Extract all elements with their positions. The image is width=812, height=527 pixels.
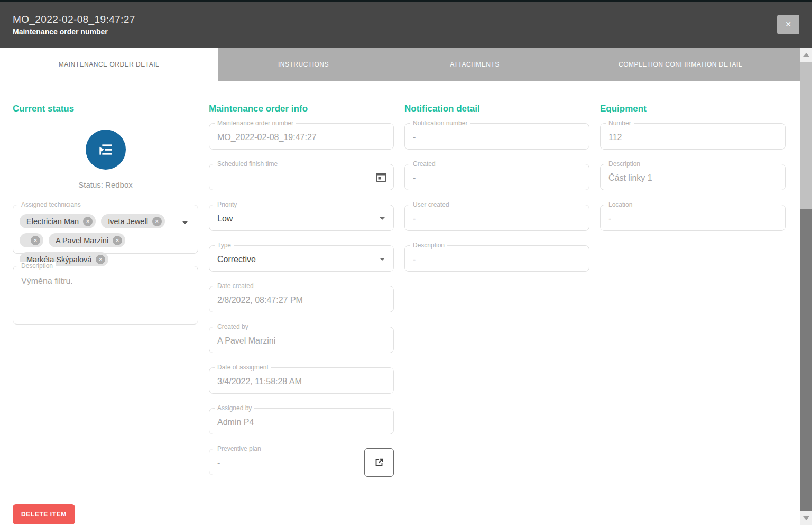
- scrollbar-up-button[interactable]: [800, 48, 812, 61]
- chip-label: Electrician Man: [26, 217, 79, 226]
- field-assigned-by: Assigned by Admin P4: [209, 408, 394, 434]
- technician-chips: Electrician Man ✕ Iveta Jewell ✕ ✕ A Pav…: [13, 205, 198, 266]
- technician-chip: Iveta Jewell ✕: [101, 214, 165, 228]
- dialog-title: MO_2022-02-08_19:47:27: [13, 14, 135, 25]
- field-label: Description: [410, 242, 447, 249]
- close-button[interactable]: ✕: [777, 15, 799, 34]
- field-value: Admin P4: [217, 418, 254, 427]
- equipment-section: Equipment Number 112 Description Část li…: [600, 104, 786, 245]
- chip-remove-icon[interactable]: ✕: [113, 236, 122, 245]
- field-value: 3/4/2022, 11:58:28 AM: [217, 377, 302, 386]
- tab-label: COMPLETION CONFIRMATION DETAIL: [619, 61, 742, 68]
- field-value: Corrective: [217, 255, 256, 264]
- field-label: Date of assigment: [215, 364, 271, 371]
- status-text: Status: Redbox: [13, 180, 198, 189]
- field-value: -: [413, 133, 416, 142]
- chevron-down-icon[interactable]: [182, 221, 188, 224]
- field-label: Created: [410, 160, 438, 168]
- open-in-new-button[interactable]: [364, 448, 394, 477]
- field-preventive-plan: Preventive plan -: [209, 449, 394, 475]
- chip-remove-icon[interactable]: ✕: [152, 217, 162, 226]
- field-notification-number: Notification number -: [404, 123, 589, 150]
- field-label: Assigned technicians: [19, 201, 84, 208]
- chevron-down-icon[interactable]: [380, 217, 385, 220]
- chip-label: A Pavel Marzini: [56, 236, 108, 245]
- field-label: Notification number: [410, 119, 470, 127]
- field-label: Description: [19, 262, 56, 270]
- field-label: Date created: [215, 282, 256, 290]
- field-value: -: [413, 255, 416, 264]
- field-value: -: [413, 173, 416, 183]
- field-label: Maintenance order number: [215, 119, 296, 127]
- field-label: Priority: [215, 201, 239, 208]
- field-label: Created by: [215, 323, 251, 330]
- field-priority[interactable]: Priority Low: [209, 205, 394, 231]
- tab-bar: MAINTENANCE ORDER DETAIL INSTRUCTIONS AT…: [0, 48, 800, 81]
- maintenance-order-info-section: Maintenance order info Maintenance order…: [209, 104, 394, 489]
- tab-attachments[interactable]: ATTACHMENTS: [389, 48, 560, 81]
- arrow-down-icon: [803, 516, 809, 520]
- field-equipment-description: Description Část linky 1: [600, 164, 786, 190]
- delete-item-button[interactable]: DELETE ITEM: [13, 504, 75, 524]
- field-scheduled-finish-time[interactable]: Scheduled finish time: [209, 164, 394, 190]
- field-label: Preventive plan: [215, 445, 264, 452]
- section-heading: Equipment: [600, 104, 786, 113]
- technician-chip: Electrician Man ✕: [20, 214, 96, 228]
- chip-remove-icon[interactable]: ✕: [83, 217, 93, 226]
- field-type[interactable]: Type Corrective: [209, 245, 394, 272]
- vertical-scrollbar[interactable]: [800, 48, 812, 525]
- field-date-created: Date created 2/8/2022, 08:47:27 PM: [209, 286, 394, 312]
- field-value: Výměna filtru.: [21, 276, 73, 286]
- field-label: User created: [410, 201, 452, 208]
- field-value: -: [413, 214, 416, 224]
- field-label: Type: [215, 242, 234, 249]
- field-value: -: [217, 458, 220, 468]
- dialog-header: MO_2022-02-08_19:47:27 Maintenance order…: [0, 2, 812, 48]
- field-value: Low: [217, 214, 233, 224]
- assigned-technicians-field[interactable]: Assigned technicians Electrician Man ✕ I…: [13, 205, 198, 254]
- field-notification-description: Description -: [404, 245, 589, 272]
- notification-detail-section: Notification detail Notification number …: [404, 104, 589, 286]
- field-label: Number: [606, 119, 634, 127]
- status-playlist-play-icon: [86, 130, 126, 170]
- technician-chip: ✕: [20, 233, 43, 247]
- chip-remove-icon[interactable]: ✕: [96, 255, 105, 264]
- section-heading: Maintenance order info: [209, 104, 394, 113]
- description-field[interactable]: Description Výměna filtru.: [13, 266, 198, 325]
- field-date-of-assigment: Date of assigment 3/4/2022, 11:58:28 AM: [209, 367, 394, 394]
- field-created-by: Created by A Pavel Marzini: [209, 327, 394, 353]
- chip-remove-icon[interactable]: ✕: [31, 236, 40, 245]
- tab-instructions[interactable]: INSTRUCTIONS: [218, 48, 389, 81]
- dialog-subtitle: Maintenance order number: [13, 27, 108, 36]
- field-notification-created: Created -: [404, 164, 589, 190]
- field-value: A Pavel Marzini: [217, 336, 275, 346]
- tab-label: ATTACHMENTS: [450, 61, 500, 68]
- field-value: MO_2022-02-08_19:47:27: [217, 133, 317, 142]
- tab-completion-confirmation-detail[interactable]: COMPLETION CONFIRMATION DETAIL: [560, 48, 800, 81]
- field-value: 112: [608, 133, 622, 142]
- section-heading: Current status: [13, 104, 198, 113]
- scrollbar-thumb[interactable]: [800, 62, 812, 209]
- calendar-icon[interactable]: [374, 171, 388, 184]
- field-value: Část linky 1: [608, 173, 652, 183]
- field-value: 2/8/2022, 08:47:27 PM: [217, 295, 303, 305]
- field-label: Scheduled finish time: [215, 160, 280, 168]
- tab-maintenance-order-detail[interactable]: MAINTENANCE ORDER DETAIL: [0, 48, 218, 81]
- scrollbar-down-button[interactable]: [800, 511, 812, 525]
- chevron-down-icon[interactable]: [380, 258, 385, 261]
- chip-label: Iveta Jewell: [108, 217, 148, 226]
- close-icon: ✕: [785, 20, 791, 29]
- open-in-new-icon: [373, 457, 385, 468]
- field-equipment-location: Location -: [600, 205, 786, 231]
- arrow-up-icon: [803, 53, 809, 57]
- field-user-created: User created -: [404, 205, 589, 231]
- field-label: Description: [606, 160, 643, 168]
- tab-label: MAINTENANCE ORDER DETAIL: [59, 61, 159, 68]
- field-label: Location: [606, 201, 635, 208]
- technician-chip: A Pavel Marzini ✕: [49, 233, 125, 247]
- scrollbar-track[interactable]: [800, 209, 812, 511]
- field-value: -: [608, 214, 611, 224]
- field-equipment-number: Number 112: [600, 123, 786, 150]
- field-label: Assigned by: [215, 404, 254, 412]
- tab-label: INSTRUCTIONS: [278, 61, 329, 68]
